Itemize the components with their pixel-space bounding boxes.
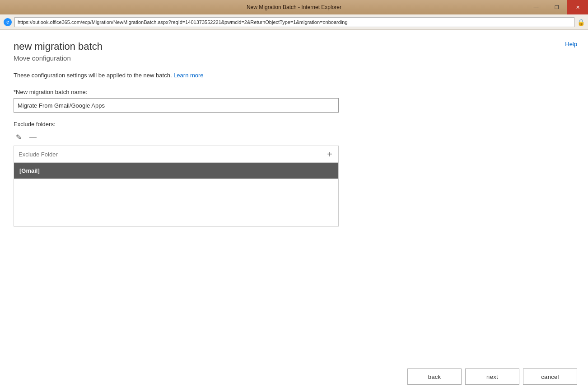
page-title: new migration batch (14, 41, 574, 52)
minimize-button[interactable]: — (526, 0, 546, 14)
edit-icon[interactable]: ✎ (14, 132, 23, 142)
page-subtitle: Move configuration (14, 54, 574, 62)
folder-item[interactable]: [Gmail] (14, 163, 338, 179)
restore-button[interactable]: ❐ (546, 0, 567, 14)
batch-name-input[interactable] (14, 98, 339, 113)
description-text: These configuration settings will be app… (14, 72, 574, 79)
help-link[interactable]: Help (565, 41, 577, 47)
learn-more-link[interactable]: Learn more (173, 72, 203, 79)
lock-icon: 🔒 (577, 19, 584, 26)
back-button[interactable]: back (407, 368, 462, 385)
folder-toolbar: ✎ — (14, 132, 574, 142)
cancel-button[interactable]: cancel (523, 368, 577, 385)
close-button[interactable]: ✕ (567, 0, 588, 14)
address-bar: e 🔒 (0, 14, 588, 30)
ie-icon: e (4, 18, 12, 26)
address-input[interactable] (14, 17, 574, 27)
browser-controls: — ❐ ✕ (526, 0, 588, 14)
bottom-bar: back next cancel (0, 361, 588, 392)
browser-titlebar: New Migration Batch - Internet Explorer … (0, 0, 588, 14)
batch-name-label: *New migration batch name: (14, 89, 574, 95)
page-content: Help new migration batch Move configurat… (0, 30, 588, 392)
exclude-folder-input[interactable] (14, 148, 321, 161)
exclude-folders-label: Exclude folders: (14, 121, 574, 128)
browser-title: New Migration Batch - Internet Explorer (247, 4, 341, 10)
add-folder-button[interactable]: + (321, 148, 338, 161)
remove-icon[interactable]: — (28, 132, 38, 142)
next-button[interactable]: next (465, 368, 519, 385)
exclude-input-row: + (14, 146, 338, 163)
folder-list: [Gmail] (14, 163, 338, 226)
exclude-area: + [Gmail] (14, 146, 339, 227)
